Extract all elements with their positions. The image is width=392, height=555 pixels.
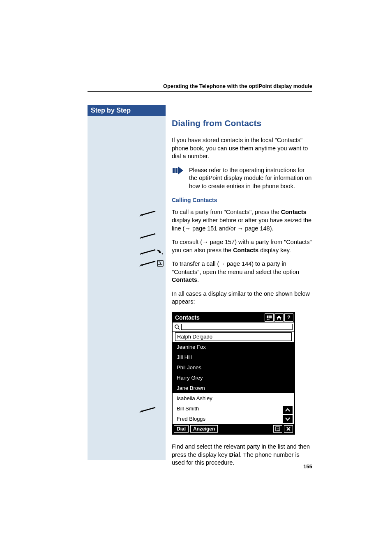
- arrow-icon: →: [184, 225, 191, 232]
- svg-rect-11: [267, 315, 268, 317]
- touchkey-icon: [138, 407, 159, 415]
- text: To call a party from "Contacts", press t…: [172, 209, 281, 215]
- touchkey-with-phonelist-icon: [140, 260, 163, 267]
- touchkey-icons-group: [138, 210, 167, 276]
- phone-screen-mockup: Contacts abc ?: [172, 312, 295, 435]
- list-item[interactable]: Jane Brown: [173, 383, 294, 393]
- phone-titlebar: Contacts abc ?: [173, 313, 294, 322]
- magnifier-icon: [174, 324, 180, 330]
- scroll-up-button[interactable]: [283, 406, 293, 414]
- home-icon[interactable]: [274, 313, 284, 322]
- main-content: Dialing from Contacts If you have stored…: [172, 118, 312, 473]
- list-item[interactable]: Fred Bloggs: [173, 414, 294, 424]
- keypad-icon[interactable]: abc: [265, 313, 274, 322]
- phone-softkey-bar: Dial Anzeigen: [173, 424, 294, 434]
- menu-softkey-icon[interactable]: [273, 425, 282, 433]
- note-block: Please refer to the operating instructio…: [172, 166, 312, 191]
- list-item[interactable]: Ralph Delgado: [175, 332, 292, 341]
- list-item[interactable]: Isabella Ashley: [173, 393, 294, 403]
- text: display key.: [258, 247, 291, 253]
- svg-rect-12: [269, 315, 270, 317]
- text: To transfer a call (: [172, 260, 219, 267]
- phone-search-row: [173, 322, 294, 332]
- svg-rect-9: [175, 168, 178, 173]
- text: To consult (: [172, 239, 202, 245]
- text: page 151 and/or: [191, 225, 238, 232]
- arrow-icon: →: [238, 225, 244, 232]
- arrow-icon: →: [219, 260, 225, 267]
- svg-rect-16: [270, 317, 272, 318]
- paragraph-transfer: To transfer a call (→ page 144) to a par…: [172, 260, 312, 284]
- svg-point-19: [175, 325, 178, 328]
- text: .: [197, 276, 199, 283]
- paragraph-call: To call a party from "Contacts", press t…: [172, 208, 312, 233]
- svg-rect-13: [270, 315, 272, 317]
- svg-text:abc: abc: [267, 318, 270, 320]
- phone-search-input[interactable]: [181, 324, 293, 330]
- svg-rect-5: [157, 260, 163, 266]
- contacts-label: Contacts: [172, 276, 197, 283]
- paragraph-consult: To consult (→ page 157) with a party fro…: [172, 238, 312, 254]
- help-icon[interactable]: ?: [284, 313, 293, 322]
- svg-line-7: [141, 408, 155, 412]
- list-item[interactable]: Bill Smith: [173, 403, 294, 414]
- svg-marker-18: [277, 315, 281, 320]
- page-number: 155: [303, 463, 312, 470]
- note-arrow-icon: [172, 166, 183, 191]
- svg-line-0: [141, 211, 155, 215]
- paragraph-find-select: Find and select the relevant party in th…: [172, 443, 312, 467]
- svg-point-3: [162, 253, 163, 255]
- scroll-down-button[interactable]: [283, 415, 293, 423]
- touchkey-with-handset-icon: [140, 250, 163, 255]
- arrow-icon: →: [202, 239, 208, 245]
- svg-line-2: [141, 250, 155, 254]
- running-header: Operating the Telephone with the optiPoi…: [163, 83, 312, 89]
- contacts-label: Contacts: [281, 209, 307, 215]
- svg-line-1: [141, 234, 155, 238]
- section-heading: Dialing from Contacts: [172, 118, 312, 128]
- paragraph-display-intro: In all cases a display similar to the on…: [172, 290, 312, 306]
- subsection-heading: Calling Contacts: [172, 197, 312, 203]
- phone-title: Contacts: [173, 314, 265, 321]
- touchkey-icon: [140, 211, 155, 216]
- close-softkey-icon[interactable]: [284, 425, 293, 433]
- header-rule: [88, 91, 312, 92]
- touchkey-icon: [140, 234, 155, 239]
- dial-label: Dial: [229, 451, 240, 458]
- list-item[interactable]: Jeanine Fox: [173, 342, 294, 352]
- svg-line-20: [178, 328, 180, 329]
- svg-line-4: [141, 261, 155, 265]
- intro-paragraph: If you have stored contacts in the local…: [172, 136, 312, 161]
- list-item[interactable]: Harry Grey: [173, 373, 294, 383]
- svg-marker-10: [178, 166, 183, 175]
- list-item[interactable]: Jill Hill: [173, 352, 294, 362]
- anzeigen-softkey[interactable]: Anzeigen: [190, 425, 218, 433]
- dial-softkey[interactable]: Dial: [174, 425, 189, 433]
- text: page 148).: [243, 225, 273, 232]
- list-item[interactable]: Phil Jones: [173, 362, 294, 373]
- note-text: Please refer to the operating instructio…: [189, 166, 312, 191]
- contacts-label: Contacts: [233, 247, 258, 253]
- sidebar-title: Step by Step: [88, 105, 166, 116]
- svg-rect-8: [173, 168, 175, 173]
- phone-contact-list: Ralph Delgado Jeanine Fox Jill Hill Phil…: [173, 332, 294, 424]
